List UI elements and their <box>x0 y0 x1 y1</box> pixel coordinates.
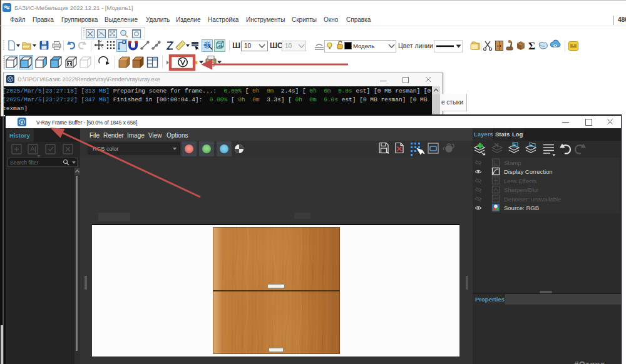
svg-text:ШС: ШС <box>270 41 283 50</box>
svg-text:Stamp: Stamp <box>504 159 521 166</box>
svg-text:10: 10 <box>285 43 292 49</box>
svg-text:Lens Effects: Lens Effects <box>504 178 536 185</box>
svg-text:Source: RGB: Source: RGB <box>504 205 539 211</box>
svg-text:Display Correction: Display Correction <box>504 168 553 175</box>
svg-text:10: 10 <box>244 43 252 49</box>
svg-text:Σ: Σ <box>528 40 535 52</box>
svg-text:Цвет линии: Цвет линии <box>398 42 433 49</box>
svg-text:Denoiser: unavailable: Denoiser: unavailable <box>504 196 561 203</box>
svg-text:Sharpen/Blur: Sharpen/Blur <box>504 186 538 193</box>
svg-text:Модель: Модель <box>353 43 374 49</box>
svg-text:Ш: Ш <box>232 41 240 50</box>
